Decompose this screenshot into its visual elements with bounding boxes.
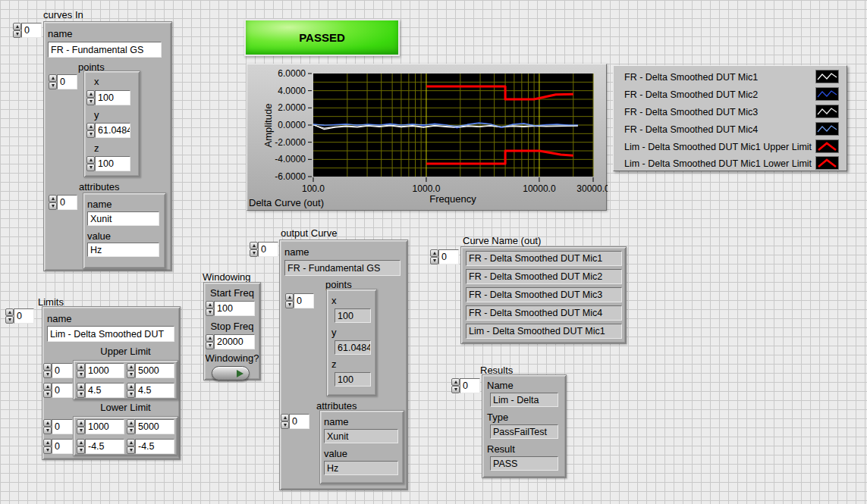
decrement-icon[interactable] [49,82,57,89]
lower-limit-cell-field[interactable]: 1000 [85,419,124,434]
increment-icon[interactable] [430,249,438,257]
increment-icon[interactable] [5,308,14,316]
results-index-spinner[interactable] [451,378,460,393]
attr-name-field[interactable]: Xunit [87,211,159,226]
increment-icon[interactable] [49,195,57,202]
lower-limit-cell-spinner[interactable] [127,419,135,434]
upper-limit-cell-spinner[interactable] [77,383,85,398]
decrement-icon[interactable] [127,427,135,434]
decrement-icon[interactable] [206,342,214,349]
decrement-icon[interactable] [127,371,135,378]
output-points-index-field[interactable]: 0 [294,293,314,308]
decrement-icon[interactable] [250,249,258,257]
increment-icon[interactable] [77,419,85,427]
decrement-icon[interactable] [43,371,52,378]
decrement-icon[interactable] [43,427,52,434]
upper-limit-cell-spinner[interactable] [127,383,135,398]
plot-line-swatch-icon[interactable] [815,87,839,101]
decrement-icon[interactable] [430,257,438,265]
decrement-icon[interactable] [86,98,95,105]
curve-name-index-spinner[interactable] [430,249,438,265]
plot-line-swatch-icon[interactable] [815,105,839,118]
lower-limit-cell-spinner[interactable] [77,419,85,434]
lower-limit-cell-field[interactable]: 5000 [135,419,174,434]
increment-icon[interactable] [127,439,135,446]
stop-freq-spinner[interactable] [206,334,214,349]
increment-icon[interactable] [127,419,135,427]
curve-name-index-field[interactable]: 0 [438,249,459,265]
legend-item[interactable]: FR - Delta Smoothed DUT Mic1 [614,70,847,86]
lower-limit-cell-spinner[interactable] [77,439,85,454]
decrement-icon[interactable] [206,308,214,316]
results-index-field[interactable]: 0 [460,378,480,393]
lower-limit-cell-field[interactable]: -4.5 [85,439,124,454]
stop-freq-field[interactable]: 20000 [214,334,255,349]
upper-limit-cell-field[interactable]: 4.5 [135,383,174,398]
curves-in-index-field[interactable]: 0 [21,23,42,38]
decrement-icon[interactable] [451,386,460,393]
points-index-field[interactable]: 0 [57,74,77,89]
plot-line-swatch-icon[interactable] [815,156,839,170]
increment-icon[interactable] [281,414,289,421]
plot-line-swatch-icon[interactable] [815,139,839,153]
attributes-index-field[interactable]: 0 [57,195,77,210]
increment-icon[interactable] [49,74,57,82]
decrement-icon[interactable] [77,390,85,398]
output-curve-index-field[interactable]: 0 [258,242,278,257]
increment-icon[interactable] [127,363,135,371]
upper-limit-cell-field[interactable]: 5000 [135,363,174,378]
increment-icon[interactable] [127,383,135,390]
start-freq-field[interactable]: 100 [214,301,255,316]
curves-in-index-spinner[interactable] [13,23,21,38]
curves-in-name-field[interactable]: FR - Fundamental GS [48,42,162,58]
increment-icon[interactable] [43,439,52,446]
decrement-icon[interactable] [127,446,135,454]
output-attributes-index-spinner[interactable] [281,414,289,429]
increment-icon[interactable] [43,383,52,390]
increment-icon[interactable] [77,363,85,371]
lower-limit-row-index-field[interactable]: 0 [52,419,73,434]
attr-value-field[interactable]: Hz [87,243,159,257]
increment-icon[interactable] [86,90,95,98]
upper-limit-row-index-field[interactable]: 0 [52,363,73,378]
decrement-icon[interactable] [77,371,85,378]
start-freq-spinner[interactable] [206,301,214,316]
lower-limit-cell-field[interactable]: -4.5 [135,439,174,454]
y-field[interactable]: 61.0484 [95,123,130,138]
upper-limit-cell-spinner[interactable] [127,363,135,378]
legend-item[interactable]: Lim - Delta Smoothed DUT Mic1 Lower Limi… [614,156,847,172]
points-index-spinner[interactable] [49,74,57,89]
decrement-icon[interactable] [127,390,135,398]
increment-icon[interactable] [13,23,21,30]
increment-icon[interactable] [86,156,95,164]
z-spinner[interactable] [86,156,95,171]
upper-limit-cell-field[interactable]: 1000 [85,363,124,378]
attributes-index-spinner[interactable] [49,195,57,210]
lower-limit-col-index-spinner[interactable] [43,439,52,454]
decrement-icon[interactable] [86,164,95,171]
increment-icon[interactable] [77,383,85,390]
decrement-icon[interactable] [77,446,85,454]
decrement-icon[interactable] [49,202,57,210]
decrement-icon[interactable] [43,390,52,398]
z-field[interactable]: 100 [95,156,130,171]
increment-icon[interactable] [250,242,258,249]
y-spinner[interactable] [86,123,95,138]
x-spinner[interactable] [86,90,95,105]
decrement-icon[interactable] [285,301,294,308]
output-attributes-index-field[interactable]: 0 [289,414,309,429]
limits-index-field[interactable]: 0 [14,308,34,324]
lower-limit-cell-spinner[interactable] [127,439,135,454]
lower-limit-row-index-spinner[interactable] [43,419,52,434]
decrement-icon[interactable] [281,421,289,429]
upper-limit-col-index-field[interactable]: 0 [52,383,73,398]
legend-item[interactable]: FR - Delta Smoothed DUT Mic2 [614,87,847,103]
increment-icon[interactable] [206,334,214,342]
decrement-icon[interactable] [13,30,21,38]
increment-icon[interactable] [43,419,52,427]
output-curve-index-spinner[interactable] [250,242,258,257]
legend-item[interactable]: Lim - Delta Smoothed DUT Mic1 Upper Limi… [614,139,847,155]
windowing-toggle-switch[interactable] [212,366,250,380]
increment-icon[interactable] [43,363,52,371]
legend-item[interactable]: FR - Delta Smoothed DUT Mic3 [614,105,847,121]
